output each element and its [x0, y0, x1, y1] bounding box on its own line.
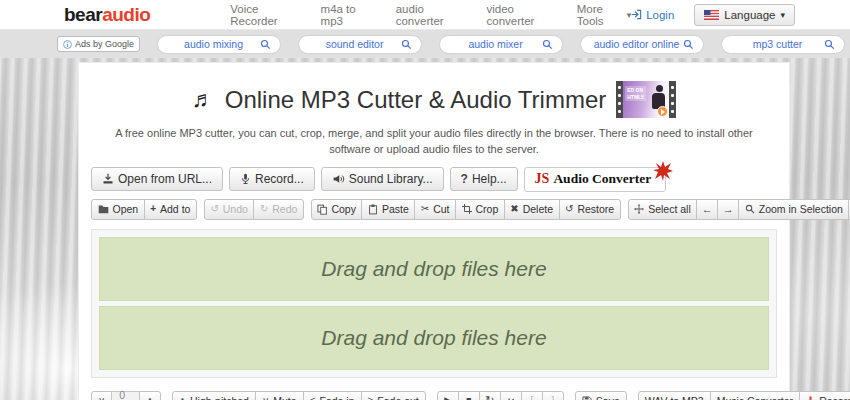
record-button[interactable]: Record...	[229, 167, 315, 191]
record-voice-button[interactable]: Record Voice	[799, 391, 850, 400]
video-thumbnail-image: ED ON HTML5	[623, 81, 669, 118]
cut-button[interactable]: ✂ Cut	[414, 199, 456, 220]
search-icon	[260, 39, 271, 50]
waveform-panel: Drag and drop files here Drag and drop f…	[91, 229, 777, 378]
open-from-url-button[interactable]: Open from URL...	[91, 167, 223, 191]
ad-pill-label: audio editor online	[594, 38, 680, 50]
crop-icon	[462, 204, 472, 214]
nav-m4a-to-mp3[interactable]: m4a to mp3	[321, 3, 372, 27]
open-button[interactable]: Open	[91, 199, 145, 220]
info-icon	[63, 40, 72, 49]
drop-zone-track-2[interactable]: Drag and drop files here	[99, 306, 769, 370]
volume-level-display: 0 db	[111, 391, 140, 400]
ads-by-google-badge[interactable]: Ads by Google	[57, 36, 140, 52]
play-icon: ▶	[444, 396, 451, 400]
drop-zone-track-1[interactable]: Drag and drop files here	[99, 237, 769, 301]
language-button[interactable]: Language ▾	[694, 4, 795, 26]
restore-button[interactable]: ↺ Restore	[559, 199, 621, 220]
loop-button[interactable]: ↻	[479, 391, 501, 400]
page-title: Online MP3 Cutter & Audio Trimmer	[225, 86, 606, 114]
wav-to-mp3-label: WAV to MP3	[645, 395, 704, 400]
search-icon	[824, 39, 835, 50]
skip-to-start-button[interactable]	[500, 391, 522, 400]
login-link[interactable]: Login	[631, 9, 674, 21]
crop-button[interactable]: Crop	[455, 199, 505, 220]
save-button[interactable]: Save	[575, 391, 627, 400]
selection-group: Select all ← → Zoom in Selection ↔ Show …	[628, 199, 850, 220]
delete-label: Delete	[523, 203, 553, 215]
fade-in-icon: <	[310, 396, 316, 400]
playback-group: ▶ ■ ↻ [ ]	[437, 391, 564, 400]
paste-button[interactable]: Paste	[361, 199, 415, 220]
redo-icon: ↻	[260, 204, 268, 214]
volume-down-button[interactable]: ∨	[91, 391, 112, 400]
seek-right-button[interactable]: →	[717, 199, 739, 220]
stop-icon: ■	[466, 396, 471, 400]
stop-button[interactable]: ■	[458, 391, 480, 400]
ad-pill-label: audio mixer	[468, 38, 522, 50]
loop-start-button[interactable]: [	[521, 391, 543, 400]
help-button[interactable]: ? Help...	[450, 167, 518, 191]
nav-audio-converter[interactable]: audio converter	[396, 3, 463, 27]
download-icon	[102, 173, 114, 185]
mute-button[interactable]: ∨ Mute	[255, 391, 304, 400]
ad-pill-audio-editor-online[interactable]: audio editor online	[580, 35, 704, 54]
microphone-icon	[240, 173, 251, 185]
ad-pill-mp3-cutter[interactable]: mp3 cutter	[721, 35, 845, 54]
plus-icon: +	[150, 204, 156, 214]
login-label: Login	[646, 9, 674, 21]
select-all-label: Select all	[648, 203, 691, 215]
wav-to-mp3-button[interactable]: WAV to MP3	[638, 391, 711, 400]
skip-to-start-icon	[507, 396, 515, 400]
js-converter-js-label: JS	[535, 171, 550, 187]
play-icon[interactable]	[657, 106, 668, 117]
zoom-in-selection-button[interactable]: Zoom in Selection	[738, 199, 849, 220]
arrow-left-icon: ←	[702, 204, 713, 215]
js-audio-converter-button[interactable]: JS Audio Converter	[524, 167, 667, 192]
sound-library-button[interactable]: Sound Library...	[321, 167, 444, 191]
record-label: Record...	[255, 172, 304, 186]
volume-up-button[interactable]: ∧	[139, 391, 160, 400]
folder-icon	[98, 204, 109, 214]
delete-button[interactable]: ✖ Delete	[504, 199, 560, 220]
add-to-button[interactable]: + Add to	[144, 199, 197, 220]
chevron-down-icon: ∨	[262, 396, 269, 400]
clipboard-group: Copy Paste ✂ Cut Crop ✖ Delete ↺ Restore	[311, 199, 621, 220]
fade-out-button[interactable]: > Fade out	[361, 391, 426, 400]
nav-more-tools[interactable]: More Tools▾	[577, 3, 631, 27]
music-note-icon: ♬	[192, 88, 215, 111]
redo-button[interactable]: ↻ Redo	[253, 199, 304, 220]
fade-in-label: Fade in	[319, 395, 354, 400]
nav-voice-recorder[interactable]: Voice Recorder	[230, 3, 296, 27]
copy-button[interactable]: Copy	[311, 199, 363, 220]
loop-end-button[interactable]: ]	[542, 391, 564, 400]
fade-out-icon: >	[368, 396, 374, 400]
select-all-button[interactable]: Select all	[628, 199, 698, 220]
music-converter-button[interactable]: Music Converter	[710, 391, 800, 400]
select-all-icon	[634, 204, 644, 214]
add-to-label: Add to	[160, 203, 190, 215]
navbar-right: Login Language ▾	[631, 4, 795, 26]
thumbnail-caption: ED ON HTML5	[625, 86, 646, 101]
save-label: Save	[596, 395, 620, 400]
ad-pill-sound-editor[interactable]: sound editor	[298, 35, 422, 54]
undo-button[interactable]: ↺ Undo	[204, 199, 255, 220]
video-thumbnail[interactable]: ED ON HTML5	[616, 81, 676, 118]
fade-in-button[interactable]: < Fade in	[303, 391, 362, 400]
chevron-up-icon: ∧	[146, 396, 153, 400]
high-pitched-button[interactable]: ∧ High-pitched	[172, 391, 256, 400]
logo[interactable]: bearaudio	[64, 5, 150, 24]
file-group: Open + Add to	[91, 199, 197, 220]
ads-bar: Ads by Google audio mixing sound editor …	[0, 30, 850, 58]
search-icon	[401, 39, 412, 50]
help-label: Help...	[472, 172, 507, 186]
play-button[interactable]: ▶	[437, 391, 459, 400]
open-from-url-label: Open from URL...	[118, 172, 212, 186]
ad-pill-audio-mixing[interactable]: audio mixing	[157, 35, 281, 54]
crop-label: Crop	[476, 203, 499, 215]
sound-library-label: Sound Library...	[349, 172, 433, 186]
nav-video-converter[interactable]: video converter	[487, 3, 553, 27]
ad-pill-audio-mixer[interactable]: audio mixer	[439, 35, 563, 54]
logo-text-bear: bear	[64, 4, 102, 25]
seek-left-button[interactable]: ←	[696, 199, 718, 220]
